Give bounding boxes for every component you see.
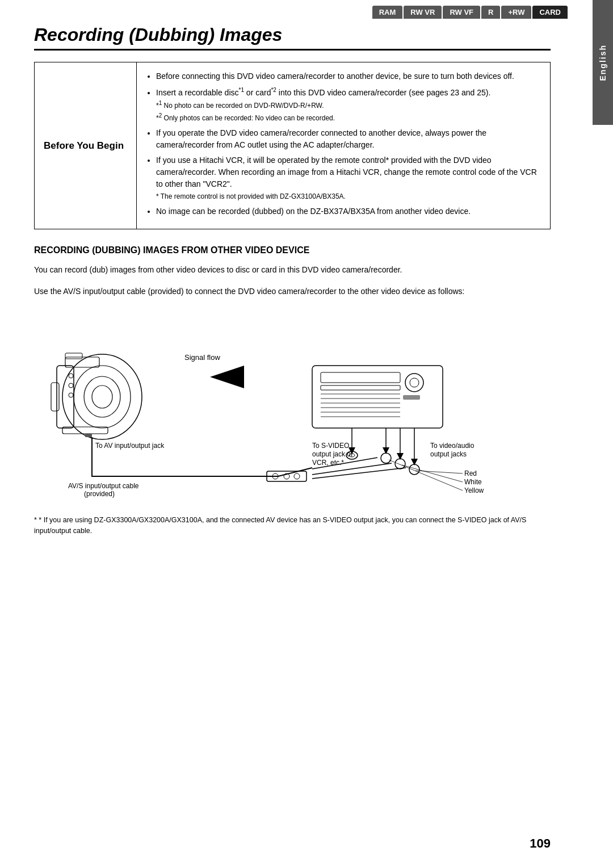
footnote-2: *2 Only photos can be recorded: No video… [156, 114, 335, 122]
footer-note: * * If you are using DZ-GX3300A/GX3200A/… [34, 515, 551, 536]
svg-point-9 [69, 393, 73, 397]
signal-flow-label: Signal flow [184, 353, 220, 362]
body-text-2: Use the AV/S input/output cable (provide… [34, 285, 551, 297]
diagram-area: Signal flow [34, 309, 551, 504]
cable-label-text: AV/S input/output cable [68, 482, 139, 490]
yellow-label-text: Yellow [464, 487, 484, 494]
bullet-2: Insert a recordable disc*1 or card*2 int… [156, 86, 541, 124]
page-title: Recording (Dubbing) Images [34, 24, 551, 51]
svg-rect-15 [321, 385, 400, 390]
svg-point-17 [410, 378, 419, 387]
bullet-5: No image can be recorded (dubbed) on the… [156, 206, 541, 217]
before-you-begin-bullets: Before connecting this DVD video camera/… [146, 70, 541, 217]
before-you-begin-label: Before You Begin [35, 62, 137, 229]
footer-note-text: * If you are using DZ-GX3300A/GX3200A/GX… [34, 516, 526, 535]
svg-rect-10 [65, 353, 82, 359]
svg-point-2 [84, 376, 120, 417]
camcorder-drawing [51, 353, 142, 439]
svg-rect-12 [85, 434, 92, 437]
svideo-label-text: To S-VIDEO [312, 442, 349, 450]
cable-provided-label: (provided) [84, 490, 115, 498]
connection-diagram: Signal flow [34, 309, 545, 502]
svg-rect-5 [51, 383, 59, 411]
svg-text:output jacks: output jacks [430, 450, 467, 458]
svg-rect-14 [321, 372, 400, 383]
svg-point-33 [395, 459, 405, 469]
before-you-begin-content: Before connecting this DVD video camera/… [137, 62, 551, 229]
red-label-text: Red [464, 469, 477, 477]
svg-point-38 [294, 473, 300, 479]
tab-bar: RAM RW VR RW VF R +RW CARD [0, 0, 613, 19]
tab-r[interactable]: R [481, 6, 500, 19]
svg-point-7 [69, 374, 73, 378]
tab-card[interactable]: CARD [532, 6, 568, 19]
svg-point-8 [69, 383, 73, 388]
page-number: 109 [530, 836, 551, 851]
white-label-text: White [464, 478, 482, 486]
svg-point-3 [92, 385, 112, 408]
svg-point-1 [74, 366, 131, 428]
tab-plusrw[interactable]: +RW [501, 6, 531, 19]
side-label: English [593, 0, 613, 125]
av-jack-label: To AV input/output jack [95, 442, 165, 450]
footnote-1: *1 No photo can be recorded on DVD-RW/DV… [156, 102, 324, 110]
svg-point-16 [405, 374, 423, 392]
svg-rect-18 [403, 395, 420, 400]
tab-rwvf[interactable]: RW VF [443, 6, 480, 19]
video-audio-label-text: To video/audio [430, 442, 475, 450]
side-label-text: English [598, 44, 607, 81]
body-text-1: You can record (dub) images from other v… [34, 263, 551, 276]
signal-arrow [210, 366, 244, 388]
main-content: Recording (Dubbing) Images Before You Be… [0, 24, 613, 559]
bullet-1: Before connecting this DVD video camera/… [156, 70, 541, 82]
footnote-3: * The remote control is not provided wit… [156, 192, 346, 200]
svg-line-45 [415, 471, 463, 473]
bullet-4: If you use a Hitachi VCR, it will be ope… [156, 154, 541, 202]
tab-ram[interactable]: RAM [372, 6, 403, 19]
svg-line-41 [312, 468, 406, 479]
svg-text:VCR, etc.*: VCR, etc.* [312, 459, 344, 467]
bullet-3: If you operate the DVD video camera/reco… [156, 127, 541, 151]
svg-rect-13 [312, 366, 443, 428]
vcr-drawing [312, 366, 443, 428]
svg-line-47 [389, 460, 463, 490]
svg-text:output jack of: output jack of [312, 450, 353, 458]
tab-rwvr[interactable]: RW VR [404, 6, 442, 19]
section-heading: RECORDING (DUBBING) IMAGES FROM OTHER VI… [34, 245, 551, 255]
svg-point-32 [381, 453, 391, 463]
before-you-begin-table: Before You Begin Before connecting this … [34, 62, 551, 229]
